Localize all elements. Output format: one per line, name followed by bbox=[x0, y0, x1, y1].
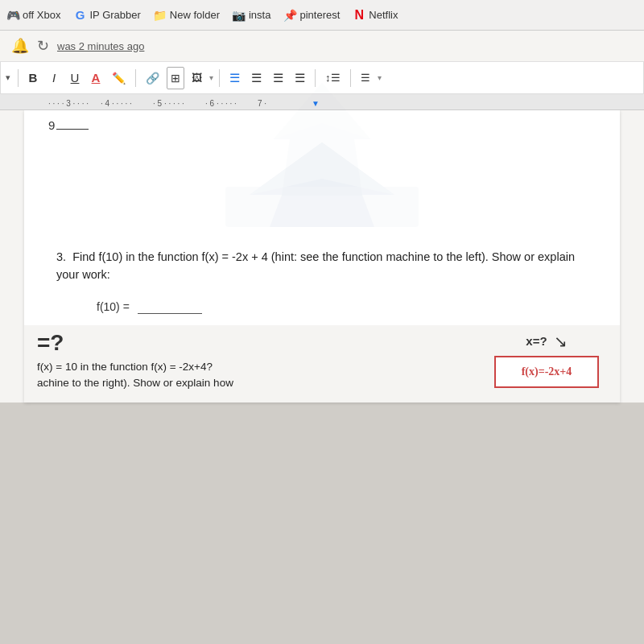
fm-top-row: x=? ↘ bbox=[526, 332, 567, 351]
arrow-down-icon: ↘ bbox=[554, 332, 568, 351]
ruler-mark-5: · 5 · · · · · bbox=[153, 99, 205, 108]
ruler-mark-6: · 6 · · · · · bbox=[205, 99, 258, 108]
toolbar-divider-left: ▾ bbox=[6, 72, 10, 83]
netflix-icon: N bbox=[353, 9, 365, 22]
bookmark-insta-label: insta bbox=[249, 9, 270, 21]
function-machine-area: x=? ↘ f(x)=-2x+4 bbox=[494, 332, 599, 388]
line-9-blank bbox=[56, 129, 89, 130]
q4-text: f(x) = 10 in the function f(x) = -2x+4? bbox=[37, 361, 213, 373]
function-machine-box: f(x)=-2x+4 bbox=[494, 356, 599, 388]
image-button[interactable]: 🖼 bbox=[188, 67, 206, 89]
bookmark-new-folder[interactable]: 📁 New folder bbox=[154, 9, 220, 22]
question-3-label: 3. bbox=[56, 250, 72, 263]
watermark-space bbox=[48, 138, 596, 235]
g-icon: G bbox=[73, 9, 86, 22]
font-color-button[interactable]: A bbox=[87, 67, 105, 89]
bookmark-ip-grabber-label: IP Grabber bbox=[89, 9, 140, 21]
fill-blank-f10[interactable] bbox=[138, 300, 202, 314]
document-page: 9 3. Find f(10) in the function f(x) = -… bbox=[24, 110, 620, 402]
bookmark-off-xbox-label: off Xbox bbox=[23, 9, 60, 21]
document-area: 🔔 ↻ was 2 minutes ago ▾ B I U A ✏️ 🔗 ⊞ 🖼… bbox=[0, 31, 644, 644]
sep2 bbox=[135, 69, 136, 87]
question-3-body: Find f(10) in the function f(x) = -2x + … bbox=[56, 250, 575, 281]
ruler-arrow: ▼ bbox=[312, 99, 320, 108]
pencil-button[interactable]: ✏️ bbox=[108, 67, 130, 89]
fill-line-f10: f(10) = bbox=[97, 300, 596, 314]
xbox-icon: 🎮 bbox=[6, 9, 19, 22]
ruler-mark-4: · 4 · · · · · bbox=[101, 99, 153, 108]
sep5 bbox=[350, 69, 351, 87]
status-text: was 2 minutes ago bbox=[57, 40, 144, 52]
line-spacing-button[interactable]: ↕☰ bbox=[321, 67, 345, 89]
bookmark-pinterest[interactable]: 📌 pinterest bbox=[283, 9, 340, 22]
underline-button[interactable]: U bbox=[66, 67, 84, 89]
svg-rect-4 bbox=[225, 187, 419, 227]
align-left-button[interactable]: ☰ bbox=[225, 67, 244, 89]
formatting-toolbar: ▾ B I U A ✏️ 🔗 ⊞ 🖼 ▾ ☰ ☰ ☰ ☰ ↕☰ ☰ ▾ bbox=[0, 62, 644, 94]
instagram-icon: 📷 bbox=[233, 9, 246, 22]
bell-icon: 🔔 bbox=[11, 37, 29, 55]
ruler: · · · · 3 · · · · · 4 · · · · · · 5 · · … bbox=[0, 94, 644, 110]
doc-status-bar: 🔔 ↻ was 2 minutes ago bbox=[0, 31, 644, 62]
bookmark-netflix-label: Netflix bbox=[369, 9, 398, 21]
sep1 bbox=[18, 69, 19, 87]
line-9: 9 bbox=[48, 118, 596, 132]
partial-question-text: f(x) = 10 in the function f(x) = -2x+4? … bbox=[37, 359, 485, 392]
sep3 bbox=[219, 69, 220, 87]
align-center-button[interactable]: ☰ bbox=[247, 67, 266, 89]
list-button[interactable]: ☰ bbox=[357, 67, 374, 89]
link-button[interactable]: 🔗 bbox=[142, 67, 163, 89]
ruler-mark-7: 7 · bbox=[258, 99, 310, 108]
list-dropdown: ▾ bbox=[378, 73, 382, 82]
align-right-button[interactable]: ☰ bbox=[269, 67, 287, 89]
bookmark-pinterest-label: pinterest bbox=[299, 9, 340, 21]
bookmark-insta[interactable]: 📷 insta bbox=[233, 9, 270, 22]
ruler-mark-3: · · · · 3 · · · · bbox=[48, 99, 101, 108]
refresh-icon: ↻ bbox=[37, 37, 49, 55]
line-number-9: 9 bbox=[48, 118, 55, 132]
question-mark-equals: =? bbox=[37, 332, 64, 354]
align-justify-button[interactable]: ☰ bbox=[291, 67, 309, 89]
background-svg bbox=[217, 138, 427, 231]
question-3-text: 3. Find f(10) in the function f(x) = -2x… bbox=[48, 248, 596, 284]
bookmark-new-folder-label: New folder bbox=[170, 9, 220, 21]
bookmarks-bar: 🎮 off Xbox G IP Grabber 📁 New folder 📷 i… bbox=[0, 0, 644, 31]
function-formula: f(x)=-2x+4 bbox=[522, 365, 572, 378]
bookmark-netflix[interactable]: N Netflix bbox=[353, 9, 398, 22]
bookmark-off-xbox[interactable]: 🎮 off Xbox bbox=[6, 9, 60, 22]
dropdown-arrow-img: ▾ bbox=[209, 73, 213, 82]
x-equals-q: x=? bbox=[526, 334, 547, 348]
q4-suffix: achine to the right). Show or explain ho… bbox=[37, 377, 233, 389]
bookmark-ip-grabber[interactable]: G IP Grabber bbox=[73, 9, 140, 22]
fill-label: f(10) = bbox=[97, 300, 130, 313]
bottom-section: =? f(x) = 10 in the function f(x) = -2x+… bbox=[24, 325, 620, 403]
insert-box-button[interactable]: ⊞ bbox=[167, 67, 184, 89]
sep4 bbox=[315, 69, 316, 87]
bold-button[interactable]: B bbox=[24, 67, 42, 89]
doc-content-area: 9 3. Find f(10) in the function f(x) = -… bbox=[24, 110, 620, 314]
folder-icon: 📁 bbox=[154, 9, 167, 22]
italic-button[interactable]: I bbox=[45, 67, 63, 89]
pinterest-icon: 📌 bbox=[283, 9, 296, 22]
partial-question-area: =? f(x) = 10 in the function f(x) = -2x+… bbox=[37, 332, 485, 392]
